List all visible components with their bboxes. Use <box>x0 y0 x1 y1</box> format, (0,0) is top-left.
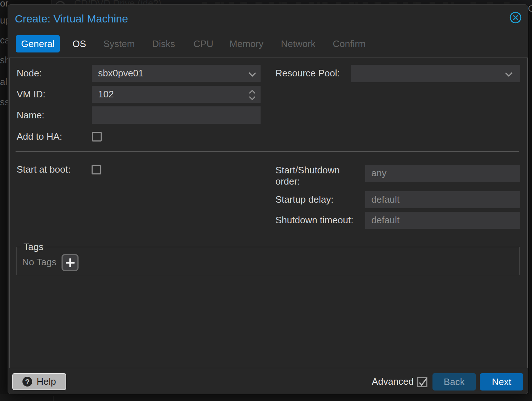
name-input[interactable] <box>92 106 261 124</box>
tags-legend: Tags <box>21 242 46 252</box>
vmid-spinner-input[interactable] <box>92 86 261 103</box>
startup-order-label: Start/Shutdown <box>275 165 340 176</box>
tab-general[interactable]: General <box>16 35 60 52</box>
vmid-label: VM ID: <box>17 86 45 103</box>
backdrop-dim-text <box>470 2 518 4</box>
section-divider <box>16 151 519 152</box>
tab-os[interactable]: OS <box>72 35 86 52</box>
start-at-boot-label: Start at boot: <box>17 165 71 174</box>
node-label: Node: <box>17 65 42 82</box>
advanced-label: Advanced <box>353 377 414 387</box>
resource-pool-combo[interactable] <box>351 65 520 82</box>
startup-delay-input[interactable] <box>365 191 520 208</box>
advanced-checkbox[interactable] <box>417 377 427 387</box>
tab-system[interactable]: System <box>104 35 135 52</box>
node-combo[interactable] <box>92 65 261 82</box>
shutdown-timeout-input[interactable] <box>365 212 520 229</box>
backdrop-panel-border <box>53 396 54 401</box>
resource-pool-label: Resource Pool: <box>275 65 340 82</box>
backdrop-dim-text <box>202 2 455 4</box>
tags-fieldset: Tags No Tags <box>16 247 520 275</box>
add-tag-button[interactable] <box>62 254 79 271</box>
backdrop-menu-fragment: or <box>0 0 8 9</box>
next-button[interactable]: Next <box>480 373 523 391</box>
tab-confirm[interactable]: Confirm <box>333 35 366 52</box>
shutdown-timeout-label: Shutdown timeout: <box>275 212 353 229</box>
tab-network[interactable]: Network <box>281 35 315 52</box>
add-to-ha-label: Add to HA: <box>17 132 62 142</box>
startup-order-input[interactable] <box>365 165 520 182</box>
wizard-tab-bar: General OS System Disks CPU Memory Netwo… <box>8 35 528 52</box>
name-label: Name: <box>17 106 45 124</box>
tab-memory[interactable]: Memory <box>229 35 263 52</box>
backdrop-panel-border <box>529 15 529 394</box>
start-at-boot-checkbox[interactable] <box>92 165 101 174</box>
tab-disks[interactable]: Disks <box>152 35 175 52</box>
backdrop-bottom-strip <box>0 394 532 401</box>
back-button[interactable]: Back <box>432 373 476 391</box>
backdrop-corner-fragment: C <box>528 4 532 14</box>
startup-order-label-line2: order: <box>275 176 300 187</box>
dialog-title: Create: Virtual Machine <box>15 12 128 26</box>
close-icon[interactable] <box>509 11 522 24</box>
question-mark-icon: ? <box>22 377 32 387</box>
create-vm-dialog: Create: Virtual Machine General OS Syste… <box>8 4 528 394</box>
startup-delay-label: Startup delay: <box>275 191 333 208</box>
add-to-ha-checkbox[interactable] <box>92 132 102 142</box>
plus-icon <box>65 258 75 267</box>
help-button-label: Help <box>37 376 56 387</box>
tab-cpu[interactable]: CPU <box>194 35 214 52</box>
no-tags-text: No Tags <box>22 257 56 268</box>
help-button[interactable]: ? Help <box>12 373 66 390</box>
